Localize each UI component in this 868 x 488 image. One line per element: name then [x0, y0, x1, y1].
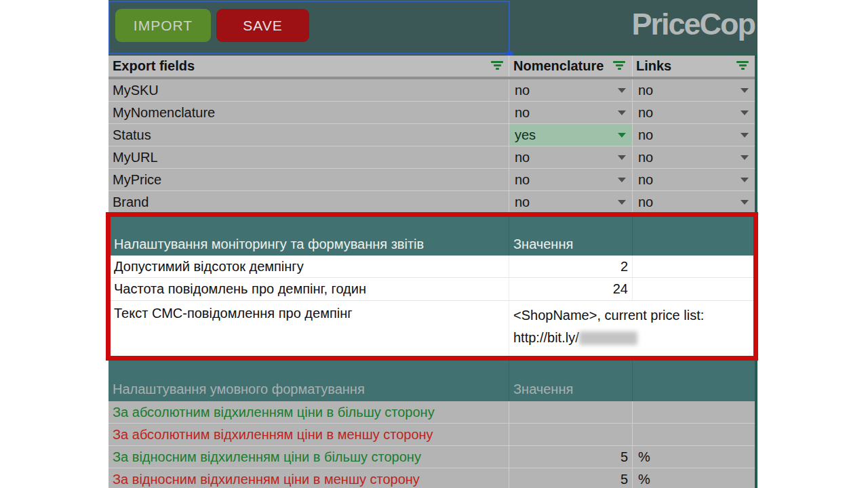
- rule-value[interactable]: [509, 401, 628, 423]
- grid-edge-strip: [755, 56, 757, 212]
- table-row: MySKU no no: [108, 79, 755, 102]
- links-dropdown[interactable]: no: [632, 79, 755, 101]
- column-divider: [509, 361, 509, 401]
- sms-url-prefix: http://bit.ly/: [513, 330, 579, 345]
- sms-text-value[interactable]: <ShopName>, current price list: http://b…: [513, 304, 755, 349]
- chevron-down-icon: [741, 88, 749, 93]
- chevron-down-icon: [741, 133, 749, 138]
- table-row: Status yes no: [108, 124, 755, 146]
- table-row: Допустимий відсоток демпінгу 2: [111, 256, 753, 278]
- rule-unit: [632, 401, 638, 423]
- chevron-down-icon: [741, 200, 749, 205]
- column-divider: [632, 256, 633, 277]
- dropdown-value: no: [638, 83, 653, 98]
- rule-value[interactable]: [509, 424, 628, 445]
- formatting-section-header: Налаштування умовного форматування Значе…: [108, 361, 755, 401]
- column-divider: [632, 217, 633, 256]
- nomenclature-dropdown[interactable]: no: [509, 146, 632, 168]
- grid-header-row: Export fields Nomenclature Links: [108, 56, 755, 77]
- table-row: За відносним відхиленням ціни в меншу ст…: [108, 468, 755, 488]
- chevron-down-icon: [618, 88, 626, 93]
- monitoring-section-header: Налаштування моніторингу та формування з…: [111, 217, 753, 256]
- dropdown-value: no: [638, 172, 653, 188]
- links-dropdown[interactable]: no: [632, 124, 755, 146]
- setting-value[interactable]: 24: [509, 278, 628, 300]
- value-column-header: Значення: [513, 382, 573, 397]
- value-column-header: Значення: [513, 237, 573, 252]
- chevron-down-icon: [618, 110, 626, 115]
- links-dropdown[interactable]: no: [632, 169, 755, 190]
- frozen-row-edge: [510, 53, 757, 55]
- links-dropdown[interactable]: no: [632, 102, 755, 123]
- monitoring-section-highlight: Налаштування моніторингу та формування з…: [106, 212, 758, 361]
- table-row: MyNomenclature no no: [108, 102, 755, 124]
- column-header-nomenclature: Nomenclature: [513, 56, 604, 77]
- dropdown-value: no: [515, 83, 530, 98]
- nomenclature-dropdown[interactable]: yes: [509, 124, 632, 146]
- table-row: Текст СМС-повідомлення про демпінг <Shop…: [111, 301, 753, 356]
- nomenclature-dropdown[interactable]: no: [509, 79, 632, 101]
- rule-value[interactable]: 5: [509, 446, 628, 468]
- rule-value[interactable]: 5: [509, 468, 628, 488]
- table-row: За абсолютним відхиленням ціни в більшу …: [108, 401, 755, 424]
- formatting-rule-label: За абсолютним відхиленням ціни в більшу …: [113, 401, 435, 423]
- rule-unit: %: [632, 468, 650, 488]
- dropdown-value: no: [638, 150, 653, 165]
- filter-icon[interactable]: [490, 61, 505, 72]
- section-title: Налаштування умовного форматування: [113, 382, 365, 397]
- dropdown-value: yes: [515, 127, 536, 143]
- rule-unit: %: [632, 446, 650, 468]
- chevron-down-icon: [741, 155, 749, 160]
- setting-label: Допустимий відсоток демпінгу: [114, 256, 304, 277]
- column-divider: [509, 217, 509, 256]
- column-divider: [632, 278, 633, 300]
- setting-label: Текст СМС-повідомлення про демпінг: [114, 306, 353, 321]
- table-row: Частота повідомлень про демпінг, годин 2…: [111, 278, 753, 301]
- table-row: За абсолютним відхиленням ціни в меншу с…: [108, 424, 755, 446]
- import-button[interactable]: IMPORT: [115, 9, 211, 42]
- links-dropdown[interactable]: no: [632, 146, 755, 168]
- app-logo: PriceCop: [624, 7, 755, 42]
- nomenclature-dropdown[interactable]: no: [509, 191, 632, 213]
- formatting-rule-label: За відносним відхиленням ціни в більшу с…: [113, 446, 421, 468]
- export-field-label: MyPrice: [113, 169, 161, 190]
- export-field-label: MySKU: [113, 79, 159, 101]
- column-header-export-fields: Export fields: [113, 56, 195, 77]
- chevron-down-icon: [741, 178, 749, 182]
- column-divider: [509, 56, 509, 77]
- redacted-url-segment: [579, 331, 637, 345]
- table-row: MyURL no no: [108, 146, 755, 169]
- column-divider: [632, 361, 633, 401]
- grid-edge-strip: [755, 361, 757, 488]
- chevron-down-icon: [618, 133, 626, 138]
- column-divider: [632, 56, 633, 77]
- section-title: Налаштування моніторингу та формування з…: [114, 237, 424, 252]
- table-row: MyPrice no no: [108, 169, 755, 191]
- dropdown-value: no: [515, 150, 530, 165]
- export-field-label: Brand: [113, 191, 149, 213]
- dropdown-value: no: [638, 105, 653, 121]
- nomenclature-dropdown[interactable]: no: [509, 169, 632, 190]
- column-divider: [509, 301, 509, 356]
- dropdown-value: no: [515, 195, 530, 210]
- filter-icon[interactable]: [735, 61, 750, 72]
- formatting-rule-label: За абсолютним відхиленням ціни в меншу с…: [113, 424, 433, 445]
- links-dropdown[interactable]: no: [632, 191, 755, 213]
- save-button[interactable]: SAVE: [216, 9, 309, 42]
- sms-text-line1: <ShopName>, current price list:: [513, 308, 704, 323]
- setting-value[interactable]: 2: [509, 256, 628, 277]
- chevron-down-icon: [618, 155, 626, 160]
- setting-label: Частота повідомлень про демпінг, годин: [114, 278, 366, 300]
- column-header-links: Links: [636, 56, 671, 77]
- export-field-label: MyURL: [113, 146, 158, 168]
- rule-unit: [632, 424, 638, 445]
- formatting-rule-label: За відносним відхиленням ціни в меншу ст…: [113, 468, 420, 488]
- export-field-label: MyNomenclature: [113, 102, 215, 123]
- chevron-down-icon: [741, 110, 749, 115]
- filter-icon[interactable]: [612, 61, 627, 72]
- chevron-down-icon: [618, 200, 626, 205]
- dropdown-value: no: [638, 127, 653, 143]
- nomenclature-dropdown[interactable]: no: [509, 102, 632, 123]
- dropdown-value: no: [638, 195, 653, 210]
- table-row: Brand no no: [108, 191, 755, 214]
